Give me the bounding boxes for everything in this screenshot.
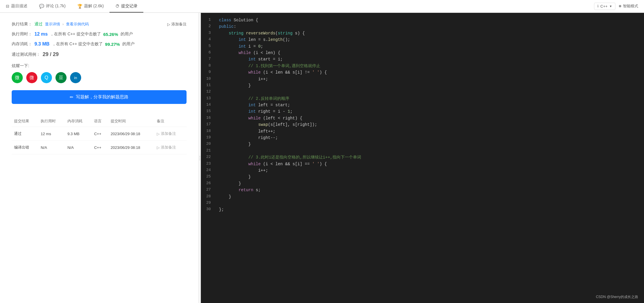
view-code-link[interactable]: 查看示例代码 (66, 22, 89, 27)
plain-token: i++; (219, 77, 268, 81)
plain-token: : (234, 24, 236, 29)
plain-token (219, 96, 248, 101)
line-number: 27 (201, 187, 211, 193)
kw2-token: while (248, 70, 261, 75)
plain-token: Solution { (231, 18, 258, 22)
submission-note[interactable]: ▷添加备注 (154, 127, 187, 141)
plain-token: ) { (320, 70, 327, 75)
language-selector[interactable]: ℹ C++ ▼ (594, 3, 615, 10)
line-number: 7 (201, 56, 211, 62)
plain-token (219, 116, 248, 121)
code-line: int right = i - 1; (219, 108, 644, 115)
code-area: 1234567891011121314151617181920212223242… (201, 13, 644, 303)
line-number: 22 (201, 154, 211, 161)
submission-note[interactable]: ▷添加备注 (154, 141, 187, 154)
line-number: 8 (201, 63, 211, 69)
time-label: 执行用时： (12, 32, 32, 37)
col-result: 提交结果 (12, 116, 38, 127)
kw-token: int (248, 103, 256, 107)
code-line: // 2.反转单词的顺序 (219, 95, 644, 102)
plain-token: (); (283, 37, 290, 42)
execution-result-row: 执行结果： 通过 显示详情 › 查看示例代码 ▷ 添加备注 (12, 22, 187, 27)
tab-problem[interactable]: ⊟ 题目描述 (0, 0, 33, 13)
cm-token: // 1.找到第一个单词,遇到空格就停止 (248, 64, 320, 68)
mem-suffix: 的用户 (122, 41, 135, 47)
discuss-icon: 💬 (39, 4, 44, 8)
code-line: public: (219, 23, 644, 30)
mem-desc: ，在所有 C++ 提交中击败了 (52, 41, 103, 47)
plain-token: } (219, 175, 251, 179)
share-wechat-btn[interactable]: 微 (12, 72, 23, 83)
type-token: string (278, 31, 293, 36)
time-suffix: 的用户 (121, 32, 133, 37)
show-detail-link[interactable]: 显示详情 (45, 22, 60, 27)
submission-lang: C++ (92, 141, 108, 154)
col-note: 备注 (154, 116, 187, 127)
submission-status[interactable]: 通过 (12, 127, 38, 141)
solution-icon: 🏆 (77, 4, 82, 8)
chevron-down-icon: ▼ (609, 5, 612, 8)
code-line: i++; (219, 76, 644, 82)
plain-token (219, 57, 248, 62)
submissions-body: 通过12 ms9.3 MBC++2023/06/29 08:18▷添加备注编译出… (12, 127, 187, 154)
plain-token: left++; (219, 129, 275, 134)
code-editor[interactable]: 1234567891011121314151617181920212223242… (201, 13, 644, 303)
time-value: 12 ms (34, 32, 48, 37)
line-number: 15 (201, 108, 211, 115)
code-line: while (i < len && s[i] == ' ') { (219, 161, 644, 167)
plain-token: right = i - (256, 109, 288, 114)
kw2-token: while (248, 116, 261, 121)
share-weibo-btn[interactable]: 微 (26, 72, 37, 83)
test-cases-row: 通过测试用例： 29 / 29 (12, 51, 187, 58)
share-icons: 微 微 Q 豆 in (12, 72, 187, 83)
plain-token: start = i; (256, 57, 283, 62)
code-line (219, 148, 644, 154)
top-nav: ⊟ 题目描述 💬 评论 (1.7k) 🏆 题解 (2.6k) ⏱ 提交记录 ℹ … (0, 0, 644, 13)
code-lines: class Solution {public: string reverseWo… (215, 13, 644, 303)
plain-token (219, 44, 239, 49)
plain-token: right--; (219, 135, 278, 140)
col-lang: 语言 (92, 116, 108, 127)
submissions-icon: ⏱ (115, 4, 119, 8)
tab-submissions[interactable]: ⏱ 提交记录 (109, 0, 143, 13)
plain-token: } (219, 83, 251, 88)
write-solution-button[interactable]: ✏ 写题解，分享我的解题思路 (12, 90, 187, 104)
code-line: return s; (219, 187, 644, 193)
line-number: 20 (201, 141, 211, 147)
plain-token: } (219, 181, 241, 186)
smart-mode: 智能模式 (619, 4, 638, 9)
cases-value: 29 / 29 (43, 51, 59, 58)
tab-solution[interactable]: 🏆 题解 (2.6k) (72, 0, 110, 13)
tab-discuss[interactable]: 💬 评论 (1.7k) (33, 0, 72, 13)
plain-token: } (219, 194, 231, 199)
share-linkedin-btn[interactable]: in (70, 72, 81, 83)
line-number: 14 (201, 102, 211, 108)
line-number: 1 (201, 17, 211, 23)
code-line: // 3.此时i还是指向空格的,所以继续让i++,指向下一个单词 (219, 154, 644, 161)
code-line: while (left < right) { (219, 115, 644, 121)
fn-token: swap (258, 122, 268, 127)
share-qq-btn[interactable]: Q (41, 72, 52, 83)
line-number: 2 (201, 23, 211, 30)
tab-solution-label: 题解 (2.6k) (84, 4, 104, 9)
line-number: 18 (201, 128, 211, 135)
plain-token (219, 109, 248, 114)
code-line (219, 200, 644, 206)
share-douban-btn[interactable]: 豆 (55, 72, 67, 83)
col-submit-time: 提交时间 (108, 116, 154, 127)
submissions-table: 提交结果 执行用时 内存消耗 语言 提交时间 备注 通过12 ms9.3 MBC… (12, 116, 187, 154)
kw-token: class (219, 18, 231, 22)
mem-pct: 99.27% (105, 42, 120, 47)
code-line: } (219, 82, 644, 89)
code-line: } (219, 174, 644, 180)
line-number: 11 (201, 82, 211, 89)
add-note-btn[interactable]: ▷ 添加备注 (167, 22, 187, 27)
plain-token (219, 122, 258, 127)
result-section: 执行结果： 通过 显示详情 › 查看示例代码 ▷ 添加备注 执行用时： 12 m… (12, 22, 187, 58)
cm-token: // 3.此时i还是指向空格的,所以继续让i++,指向下一个单词 (248, 155, 361, 160)
num-token: 0 (258, 44, 260, 49)
plain-token (219, 162, 248, 166)
submission-submit_time: 2023/06/29 08:18 (108, 127, 154, 141)
submission-memory: N/A (65, 141, 92, 154)
submission-status[interactable]: 编译出错 (12, 141, 38, 154)
